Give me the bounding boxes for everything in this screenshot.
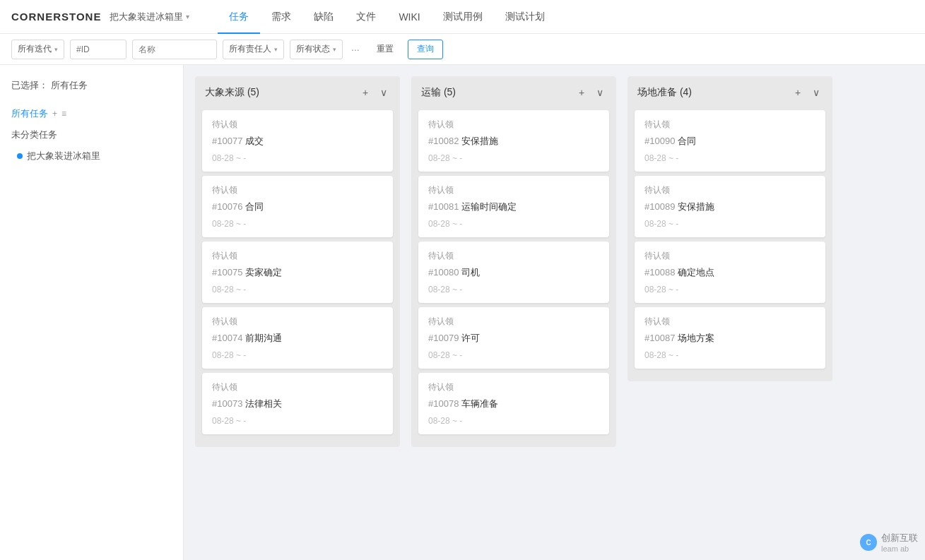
card-status-1-4: 待认领 [428,381,599,393]
kanban-card-0-1[interactable]: 待认领#10076 合同08-28 ~ - [202,176,393,237]
card-name-2-1: 安保措施 [678,201,714,212]
kanban-card-1-3[interactable]: 待认领#10079 许可08-28 ~ - [418,307,609,369]
kanban-card-2-0[interactable]: 待认领#10090 合同08-28 ~ - [635,110,825,172]
kanban-card-1-4[interactable]: 待认领#10078 车辆准备08-28 ~ - [418,373,609,434]
tab-defects[interactable]: 缺陷 [302,1,345,34]
id-input[interactable] [70,40,126,59]
card-id-title-0-0: #10077 成交 [212,135,383,148]
card-date-0-4: 08-28 ~ - [212,416,383,426]
card-name-1-2: 司机 [461,267,480,278]
card-name-2-2: 确定地点 [678,267,714,278]
column-add-button-1[interactable]: + [574,85,589,100]
card-id-title-1-4: #10078 车辆准备 [428,398,599,410]
card-date-2-3: 08-28 ~ - [644,350,815,360]
column-collapse-button-1[interactable]: ∨ [592,85,608,100]
card-status-2-3: 待认领 [644,316,815,328]
watermark-text: 创新互联 leam ab [881,532,918,553]
card-id-2-3: #10087 [644,333,678,343]
card-status-1-2: 待认领 [428,250,599,262]
owner-chevron-icon: ▾ [274,46,278,53]
status-chevron-icon: ▾ [333,46,336,53]
sidebar-all-tasks-label: 所有任务 [11,107,48,120]
kanban-column-2: 场地准备 (4)+∨待认领#10090 合同08-28 ~ -待认领#10089… [628,76,832,381]
kanban-card-0-2[interactable]: 待认领#10075 卖家确定08-28 ~ - [202,242,393,303]
tab-tasks[interactable]: 任务 [218,1,260,34]
card-status-2-1: 待认领 [644,184,815,196]
column-title-2: 场地准备 (4) [637,86,787,99]
card-name-2-0: 合同 [678,136,696,146]
card-id-1-4: #10078 [428,398,461,409]
card-status-0-4: 待认领 [212,381,383,393]
column-add-button-0[interactable]: + [358,85,373,100]
card-date-2-0: 08-28 ~ - [644,153,815,163]
kanban-card-2-2[interactable]: 待认领#10088 确定地点08-28 ~ - [635,242,825,303]
column-header-1: 运输 (5)+∨ [411,76,616,106]
sidebar-uncategorized[interactable]: 未分类任务 [0,124,183,145]
card-id-title-0-2: #10075 卖家确定 [212,266,383,279]
iteration-select[interactable]: 所有迭代 ▾ [11,40,64,59]
card-id-title-0-3: #10074 前期沟通 [212,332,383,345]
kanban-area: 大象来源 (5)+∨待认领#10077 成交08-28 ~ -待认领#10076… [184,65,925,560]
card-id-title-1-1: #10081 运输时间确定 [428,201,599,213]
card-status-0-0: 待认领 [212,119,383,131]
owner-select[interactable]: 所有责任人 ▾ [223,40,284,59]
card-id-title-2-3: #10087 场地方案 [644,332,815,345]
card-name-0-1: 合同 [245,201,264,212]
sidebar-all-tasks[interactable]: 所有任务 + ≡ [0,103,183,124]
project-name[interactable]: 把大象装进冰箱里 ▾ [110,11,189,23]
card-date-1-4: 08-28 ~ - [428,416,599,426]
sidebar-project-item[interactable]: 把大象装进冰箱里 [0,145,183,167]
card-name-1-4: 车辆准备 [461,398,498,409]
sidebar-selected-value: 所有任务 [51,80,88,90]
kanban-card-2-3[interactable]: 待认领#10087 场地方案08-28 ~ - [635,307,825,369]
card-id-title-2-0: #10090 合同 [644,135,815,148]
card-status-0-2: 待认领 [212,250,383,262]
project-name-text: 把大象装进冰箱里 [110,11,183,23]
column-header-2: 场地准备 (4)+∨ [628,76,832,106]
card-date-0-1: 08-28 ~ - [212,219,383,229]
kanban-card-0-0[interactable]: 待认领#10077 成交08-28 ~ - [202,110,393,172]
owner-label: 所有责任人 [229,43,271,55]
status-select[interactable]: 所有状态 ▾ [290,40,343,59]
sidebar-add-icon[interactable]: + [52,109,57,119]
reset-button[interactable]: 重置 [368,40,402,59]
query-button[interactable]: 查询 [408,40,443,59]
tab-requirements[interactable]: 需求 [260,1,302,34]
more-filters-button[interactable]: ··· [348,44,363,55]
tab-test-plan[interactable]: 测试计划 [494,1,556,34]
kanban-card-0-4[interactable]: 待认领#10073 法律相关08-28 ~ - [202,373,393,434]
column-add-button-2[interactable]: + [790,85,806,100]
kanban-card-1-2[interactable]: 待认领#10080 司机08-28 ~ - [418,242,609,303]
tab-files[interactable]: 文件 [345,1,387,34]
card-status-1-3: 待认领 [428,316,599,328]
card-name-2-3: 场地方案 [678,333,714,343]
card-date-1-1: 08-28 ~ - [428,219,599,229]
card-date-1-0: 08-28 ~ - [428,153,599,163]
card-date-0-3: 08-28 ~ - [212,350,383,360]
card-id-1-3: #10079 [428,333,461,343]
tab-wiki[interactable]: WIKI [387,1,431,34]
column-title-0: 大象来源 (5) [205,86,355,99]
kanban-card-2-1[interactable]: 待认领#10089 安保措施08-28 ~ - [635,176,825,237]
column-collapse-button-2[interactable]: ∨ [808,85,824,100]
sidebar-menu-icon[interactable]: ≡ [61,109,66,119]
card-id-title-1-3: #10079 许可 [428,332,599,345]
tab-test-cases[interactable]: 测试用例 [432,1,494,34]
card-name-1-0: 安保措施 [461,136,498,146]
card-id-0-1: #10076 [212,201,245,212]
column-collapse-button-0[interactable]: ∨ [376,85,391,100]
card-status-2-0: 待认领 [644,119,815,131]
watermark-logo-icon: C [860,534,877,551]
card-id-1-1: #10081 [428,201,461,212]
card-name-0-3: 前期沟通 [245,333,282,343]
card-id-2-2: #10088 [644,267,678,278]
kanban-card-0-3[interactable]: 待认领#10074 前期沟通08-28 ~ - [202,307,393,369]
name-input[interactable] [132,40,217,59]
card-name-1-3: 许可 [461,333,480,343]
card-id-1-2: #10080 [428,267,461,278]
card-status-0-3: 待认领 [212,316,383,328]
kanban-card-1-1[interactable]: 待认领#10081 运输时间确定08-28 ~ - [418,176,609,237]
kanban-column-0: 大象来源 (5)+∨待认领#10077 成交08-28 ~ -待认领#10076… [195,76,400,447]
kanban-card-1-0[interactable]: 待认领#10082 安保措施08-28 ~ - [418,110,609,172]
status-label: 所有状态 [296,43,330,55]
